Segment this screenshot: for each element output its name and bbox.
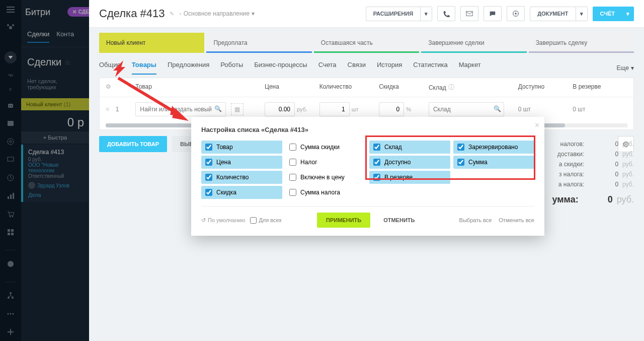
column-option-checkbox[interactable]	[457, 159, 464, 166]
rail-icon-clock[interactable]	[6, 173, 15, 182]
stage-closing[interactable]: Завершение сделки	[421, 33, 526, 53]
tab-robots[interactable]: Роботы	[220, 61, 243, 75]
deal-card[interactable]: Сделка #413 0 руб. ООО "Новые технологии…	[21, 145, 89, 202]
rail-icon-book[interactable]	[6, 119, 15, 128]
document-button[interactable]: ДОКУМЕНТ	[530, 7, 576, 21]
pencil-icon[interactable]: ✎	[170, 11, 174, 17]
for-all-checkbox[interactable]: Для всех	[250, 217, 281, 224]
column-option-checkbox[interactable]	[205, 144, 212, 151]
col-reserve[interactable]: В резерве	[573, 83, 627, 92]
rail-icon-grid[interactable]	[6, 228, 15, 237]
column-option-checkbox[interactable]	[457, 144, 464, 151]
tab-contacts[interactable]: Конта	[56, 30, 74, 43]
column-option[interactable]: Доступно	[369, 156, 450, 169]
gear-icon[interactable]	[507, 6, 525, 21]
column-option[interactable]: Скидка	[201, 186, 282, 199]
stage-remaining[interactable]: Оставшаяся часть	[314, 33, 419, 53]
rail-icon-plus[interactable]	[6, 327, 15, 336]
column-option[interactable]: Количество	[201, 171, 282, 184]
column-option-checkbox[interactable]	[373, 144, 380, 151]
mail-icon[interactable]	[460, 6, 478, 21]
select-all-link[interactable]: Выбрать все	[459, 217, 492, 223]
search-icon[interactable]: 🔍	[494, 105, 501, 112]
rail-icon-robot[interactable]	[6, 101, 15, 110]
grid-settings-gear-icon[interactable]: ⚙	[106, 83, 116, 92]
column-option[interactable]: Зарезервировано	[453, 141, 534, 154]
col-avail[interactable]: Доступно	[518, 83, 573, 92]
product-search-input[interactable]	[135, 102, 226, 116]
column-option[interactable]: Сумма	[453, 156, 534, 169]
column-option[interactable]: Включен в цену	[285, 171, 366, 184]
deselect-all-link[interactable]: Отменить все	[499, 217, 534, 223]
column-option-checkbox[interactable]	[289, 159, 296, 166]
column-option[interactable]: Сумма налога	[285, 186, 366, 199]
tab-general[interactable]: Общие	[99, 61, 121, 75]
stage-finish[interactable]: Завершить сделку	[529, 33, 634, 53]
tab-history[interactable]: История	[377, 61, 402, 75]
column-option-checkbox[interactable]	[373, 174, 380, 181]
tab-links[interactable]: Связи	[348, 61, 366, 75]
cancel-button[interactable]: ОТМЕНИТЬ	[374, 213, 424, 228]
qty-input[interactable]	[319, 102, 350, 116]
rail-icon-target[interactable]	[6, 137, 15, 146]
column-option[interactable]: Налог	[285, 156, 366, 169]
rail-icon-chart[interactable]	[6, 191, 15, 200]
column-option-checkbox[interactable]	[373, 159, 380, 166]
discount-input[interactable]	[379, 102, 404, 116]
barcode-icon[interactable]: ▦	[231, 103, 244, 115]
store-input[interactable]	[429, 102, 504, 116]
badge-deal[interactable]: ✕СДЕЛКА	[67, 7, 89, 17]
rail-icon-sitemap[interactable]	[6, 291, 15, 300]
tab-market[interactable]: Маркет	[459, 61, 481, 75]
col-price[interactable]: Цена	[265, 83, 319, 92]
quick-add-button[interactable]: + Быстра	[21, 131, 89, 144]
tab-invoices[interactable]: Счета	[318, 61, 337, 75]
tab-stats[interactable]: Статистика	[413, 61, 447, 75]
stage-filter-yellow[interactable]: Новый клиент (1)	[21, 98, 89, 110]
rail-icon-1[interactable]	[6, 23, 15, 32]
apply-button[interactable]: ПРИМЕНИТЬ	[317, 213, 370, 228]
for-all-input[interactable]	[250, 217, 257, 224]
extensions-dropdown[interactable]: ▾	[421, 7, 432, 21]
stage-new-client[interactable]: Новый клиент	[99, 33, 204, 53]
deal-card-activities[interactable]: Дела	[28, 192, 84, 198]
hamburger-icon[interactable]	[6, 5, 15, 14]
column-option[interactable]: Цена	[201, 156, 282, 169]
col-product[interactable]: Товар	[135, 83, 265, 92]
tab-bp[interactable]: Бизнес-процессы	[254, 61, 307, 75]
modal-close-icon[interactable]: ×	[535, 121, 539, 130]
stage-prepay[interactable]: Предоплата	[206, 33, 311, 53]
phone-icon[interactable]	[437, 6, 455, 21]
revert-default[interactable]: ↺ По умолчанию	[201, 217, 245, 224]
tab-deals[interactable]: Сделки	[27, 30, 49, 43]
extensions-button[interactable]: РАСШИРЕНИЯ	[366, 7, 421, 21]
column-option-checkbox[interactable]	[289, 144, 296, 151]
star-icon[interactable]: ☆	[64, 58, 71, 66]
column-option[interactable]: Сумма скидки	[285, 141, 366, 154]
column-option[interactable]: Склад	[369, 141, 450, 154]
direction-dropdown[interactable]: ◦ Основное направление ▾	[179, 10, 255, 17]
rail-icon-cart[interactable]	[6, 210, 15, 219]
column-option-checkbox[interactable]	[205, 189, 212, 196]
tabs-more[interactable]: Еще ▾	[617, 61, 634, 75]
rail-icon-screen[interactable]	[6, 155, 15, 164]
rail-badge[interactable]	[5, 51, 17, 63]
tab-offers[interactable]: Предложения	[168, 61, 209, 75]
info-icon[interactable]: ⓘ	[448, 83, 454, 92]
column-option-checkbox[interactable]	[289, 189, 296, 196]
price-input[interactable]	[265, 102, 295, 116]
col-discount[interactable]: Скидка	[379, 83, 429, 92]
deal-card-user-name[interactable]: Эдуард Узлов	[37, 183, 69, 188]
rail-icon-chat[interactable]	[6, 259, 15, 268]
tab-products[interactable]: Товары	[132, 61, 156, 75]
column-option[interactable]: Товар	[201, 141, 282, 154]
close-icon[interactable]: ✕	[72, 9, 76, 15]
account-dropdown[interactable]: ▾	[622, 7, 634, 21]
col-store[interactable]: Склад ⓘ	[429, 83, 518, 92]
drag-handle-icon[interactable]: ≡	[106, 106, 116, 113]
account-button[interactable]: СЧЁТ	[593, 7, 622, 21]
column-option-checkbox[interactable]	[205, 174, 212, 181]
col-qty[interactable]: Количество	[319, 83, 379, 92]
column-option[interactable]: В резерве	[369, 171, 450, 184]
rail-icon-dots[interactable]	[6, 309, 15, 318]
